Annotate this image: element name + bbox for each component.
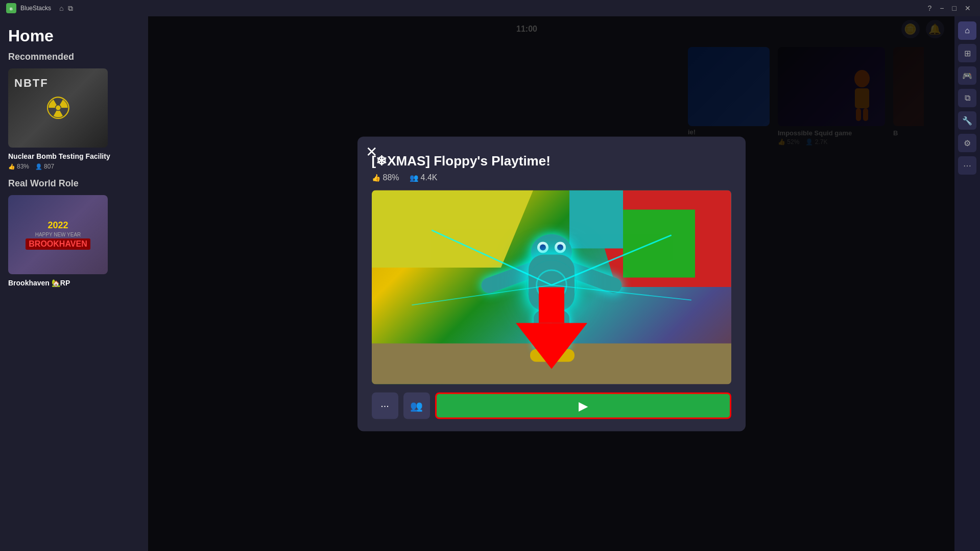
nbtf-thumbnail: NBTF ☢ [8,68,108,148]
brookhaven-game-card[interactable]: 2022 HAPPY NEW YEAR BROOKHAVEN Brookhave… [8,195,140,288]
nbtf-game-card[interactable]: NBTF ☢ Nuclear Bomb Testing Facility 👍 8… [8,68,140,170]
game-detail-modal: ✕ [❄XMAS] Floppy's Playtime! 👍 88% 👥 4.4… [357,136,746,431]
nbtf-game-stats: 👍 83% 👤 807 [8,163,140,170]
nbtf-rating: 👍 83% [8,163,29,170]
realworld-section-label: Real World Role [8,178,140,189]
game-screenshot [372,190,731,384]
more-options-button[interactable]: ··· [372,392,398,419]
sidebar-more-icon[interactable]: ⋯ [958,156,976,175]
home-titlebar-icon[interactable]: ⌂ [59,4,63,13]
nbtf-game-name: Nuclear Bomb Testing Facility [8,152,140,161]
sidebar-home-icon[interactable]: ⌂ [958,21,976,40]
bg-panel-green [623,209,695,277]
sidebar-tools-icon[interactable]: 🔧 [958,111,976,130]
window-controls: ? − □ ✕ [925,3,974,13]
play-icon: ▶ [579,398,588,413]
brookhaven-year: 2022 [47,220,68,231]
nbtf-label: NBTF [14,77,49,90]
social-icon: 👥 [410,399,423,412]
title-bar-icons: ⌂ ⧉ [59,4,73,13]
sidebar-settings-icon[interactable]: ⚙ [958,134,976,152]
minimize-button[interactable]: − [937,3,947,13]
nbtf-players: 👤 807 [35,163,54,170]
sidebar-title: Home [8,27,140,45]
app-name: BlueStacks [20,5,51,12]
modal-actions: ··· 👥 ▶ [372,392,731,419]
modal-game-stats: 👍 88% 👥 4.4K [372,173,731,182]
modal-game-title: [❄XMAS] Floppy's Playtime! [372,153,731,169]
help-button[interactable]: ? [925,3,935,13]
more-icon: ··· [380,400,389,412]
left-sidebar: Home Recommended NBTF ☢ Nuclear Bomb Tes… [0,16,148,551]
maximize-button[interactable]: □ [949,3,960,13]
download-arrow [516,287,587,369]
nbtf-symbol: ☢ [44,90,72,126]
play-button[interactable]: ▶ [435,392,731,419]
recommended-section-label: Recommended [8,52,140,62]
app-logo: B [6,3,16,13]
content-area: 11:00 🪙 🔔 ie! [148,16,954,551]
modal-players: 👥 4.4K [410,173,438,182]
brookhaven-subtitle: HAPPY NEW YEAR [35,232,81,237]
sidebar-game-icon[interactable]: 🎮 [958,66,976,85]
tab-titlebar-icon[interactable]: ⧉ [68,4,73,13]
brookhaven-game-name: Brookhaven 🏡RP [8,278,140,288]
title-bar: B BlueStacks ⌂ ⧉ ? − □ ✕ [0,0,980,16]
modal-people-icon: 👥 [410,173,418,181]
svg-text:B: B [10,7,13,11]
main-container: Home Recommended NBTF ☢ Nuclear Bomb Tes… [0,16,980,551]
people-icon: 👤 [35,163,42,170]
thumbs-up-icon: 👍 [8,163,15,170]
modal-close-button[interactable]: ✕ [366,145,377,159]
brookhaven-text: BROOKHAVEN [26,238,90,250]
left-eye [537,242,548,253]
social-button[interactable]: 👥 [403,392,430,419]
modal-thumbs-icon: 👍 [372,173,380,181]
modal-rating: 👍 88% [372,173,399,182]
right-eye [555,242,566,253]
close-button[interactable]: ✕ [962,3,974,13]
right-sidebar: ⌂ ⊞ 🎮 ⧉ 🔧 ⚙ ⋯ [954,16,980,551]
brookhaven-thumbnail: 2022 HAPPY NEW YEAR BROOKHAVEN [8,195,108,274]
sidebar-layers-icon[interactable]: ⧉ [958,89,976,107]
sidebar-apps-icon[interactable]: ⊞ [958,44,976,62]
